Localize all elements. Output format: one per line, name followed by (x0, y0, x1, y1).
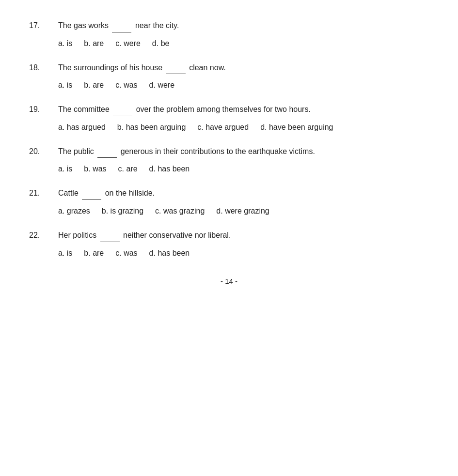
option-3-4: d. have been arguing (260, 123, 333, 132)
question-sentence-3: The committee over the problem among the… (58, 103, 311, 116)
question-text-6: 22.Her politics neither conservative nor… (29, 229, 429, 242)
question-text-3: 19.The committee over the problem among … (29, 103, 429, 116)
question-number-4: 20. (29, 147, 58, 156)
blank-2 (166, 61, 186, 75)
option-6-2: b. are (84, 249, 104, 258)
option-2-3: c. was (115, 81, 137, 90)
option-6-1: a. is (58, 249, 72, 258)
question-number-3: 19. (29, 105, 58, 114)
option-2-4: d. were (149, 81, 174, 90)
answer-options-4: a. isb. wasc. ared. has been (29, 165, 429, 173)
question-sentence-1: The gas works near the city. (58, 19, 179, 32)
option-1-3: c. were (115, 39, 141, 48)
question-number-2: 18. (29, 63, 58, 72)
question-sentence-6: Her politics neither conservative nor li… (58, 229, 231, 242)
page-number: - 14 - (221, 277, 237, 285)
blank-6 (100, 229, 120, 242)
question-sentence-4: The public generous in their contributio… (58, 145, 315, 158)
blank-5 (82, 187, 101, 200)
option-5-1: a. grazes (58, 207, 90, 215)
answer-options-2: a. isb. arec. wasd. were (29, 81, 429, 90)
option-4-1: a. is (58, 165, 72, 173)
answer-options-5: a. grazesb. is grazingc. was grazingd. w… (29, 207, 429, 215)
option-5-3: c. was grazing (155, 207, 205, 215)
question-block-5: 21.Cattle on the hillside.a. grazesb. is… (29, 187, 429, 215)
question-number-6: 22. (29, 231, 58, 240)
question-number-1: 17. (29, 21, 58, 30)
option-3-3: c. have argued (197, 123, 249, 132)
question-sentence-2: The surroundings of his house clean now. (58, 61, 226, 75)
option-4-4: d. has been (149, 165, 190, 173)
question-number-5: 21. (29, 189, 58, 198)
question-text-5: 21.Cattle on the hillside. (29, 187, 429, 200)
option-2-2: b. are (84, 81, 104, 90)
option-5-4: d. were grazing (216, 207, 269, 215)
question-block-4: 20.The public generous in their contribu… (29, 145, 429, 174)
question-block-3: 19.The committee over the problem among … (29, 103, 429, 132)
question-block-1: 17.The gas works near the city.a. isb. a… (29, 19, 429, 48)
answer-options-6: a. isb. arec. wasd. has been (29, 249, 429, 258)
question-block-2: 18.The surroundings of his house clean n… (29, 61, 429, 90)
option-6-3: c. was (115, 249, 137, 258)
question-text-1: 17.The gas works near the city. (29, 19, 429, 32)
option-4-3: c. are (118, 165, 138, 173)
answer-options-3: a. has arguedb. has been arguingc. have … (29, 123, 429, 132)
question-text-4: 20.The public generous in their contribu… (29, 145, 429, 158)
option-1-4: d. be (152, 39, 170, 48)
blank-3 (113, 103, 132, 116)
option-5-2: b. is grazing (102, 207, 143, 215)
option-3-1: a. has argued (58, 123, 106, 132)
answer-options-1: a. isb. arec. wered. be (29, 39, 429, 48)
option-4-2: b. was (84, 165, 106, 173)
blank-1 (112, 19, 131, 32)
question-text-2: 18.The surroundings of his house clean n… (29, 61, 429, 75)
blank-4 (97, 145, 117, 158)
option-1-2: b. are (84, 39, 104, 48)
question-sentence-5: Cattle on the hillside. (58, 187, 155, 200)
option-2-1: a. is (58, 81, 72, 90)
option-6-4: d. has been (149, 249, 190, 258)
option-3-2: b. has been arguing (117, 123, 186, 132)
option-1-1: a. is (58, 39, 72, 48)
question-block-6: 22.Her politics neither conservative nor… (29, 229, 429, 258)
